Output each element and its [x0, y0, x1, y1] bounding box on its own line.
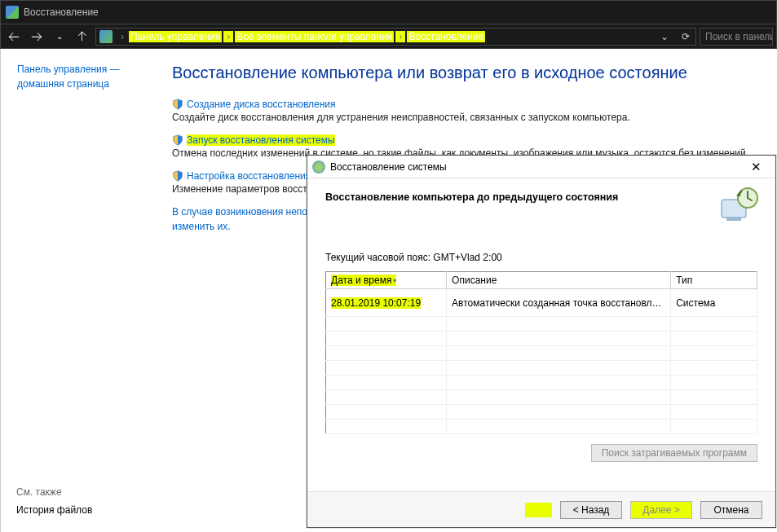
window-title: Восстановление	[24, 7, 99, 18]
see-also-section: См. также История файлов	[16, 486, 92, 516]
recent-locations-button[interactable]: ⌄	[50, 27, 69, 46]
column-desc-header[interactable]: Описание	[447, 272, 671, 289]
dialog-body: Восстановление компьютера до предыдущего…	[307, 178, 775, 491]
chevron-right-icon[interactable]: ›	[395, 31, 405, 42]
table-row	[326, 420, 757, 434]
close-button[interactable]: ✕	[741, 158, 770, 176]
highlight-marker	[525, 503, 552, 517]
up-button[interactable]: 🡡	[73, 27, 92, 46]
chevron-right-icon[interactable]: ›	[117, 31, 127, 42]
restore-graphic-icon	[717, 185, 759, 227]
back-button[interactable]: 🡠	[4, 27, 24, 46]
dialog-footer: < Назад Далее > Отмена	[307, 491, 775, 527]
refresh-button[interactable]: ⟳	[676, 31, 695, 42]
search-placeholder: Поиск в панели	[705, 31, 773, 42]
restore-point-type: Система	[671, 289, 757, 317]
history-button[interactable]: ⌄	[655, 31, 674, 42]
task-create-recovery-drive[interactable]: Создание диска восстановления	[172, 99, 761, 110]
table-row	[326, 346, 757, 361]
shield-icon	[172, 99, 183, 110]
restore-point-date: 28.01.2019 10:07:19	[331, 297, 421, 309]
shield-icon	[172, 134, 183, 146]
restore-points-table[interactable]: Дата и время▾ Описание Тип 28.01.2019 10…	[325, 271, 757, 434]
recovery-icon	[6, 6, 19, 19]
sidebar-home-link[interactable]: Панель управления — домашняя страница	[17, 62, 164, 91]
column-type-header[interactable]: Тип	[671, 272, 757, 289]
table-row[interactable]: 28.01.2019 10:07:19 Автоматически создан…	[326, 289, 757, 317]
sidebar: Панель управления — домашняя страница См…	[1, 49, 172, 532]
task-desc: Создайте диск восстановления для устране…	[172, 112, 761, 123]
timezone-label: Текущий часовой пояс: GMT+Vlad 2:00	[325, 252, 757, 263]
page-title: Восстановление компьютера или возврат ег…	[172, 64, 761, 82]
nav-toolbar: 🡠 🡢 ⌄ 🡡 › Панель управления › Все элемен…	[0, 24, 777, 49]
task-link-label: Запуск восстановления системы	[187, 134, 335, 146]
scan-affected-programs-button[interactable]: Поиск затрагиваемых программ	[591, 444, 757, 462]
table-row	[326, 376, 757, 390]
cancel-button[interactable]: Отмена	[700, 501, 762, 519]
task-system-restore[interactable]: Запуск восстановления системы	[172, 134, 761, 146]
table-row	[326, 405, 757, 420]
forward-button[interactable]: 🡢	[27, 27, 46, 46]
svg-rect-1	[726, 218, 741, 221]
table-row	[326, 332, 757, 346]
search-input[interactable]: Поиск в панели	[700, 28, 773, 46]
breadcrumb-item[interactable]: Все элементы панели управления	[235, 31, 394, 42]
table-row	[326, 361, 757, 376]
back-button[interactable]: < Назад	[560, 501, 622, 519]
dialog-titlebar[interactable]: Восстановление системы ✕	[307, 156, 775, 178]
restore-point-desc: Автоматически созданная точка восстановл…	[447, 289, 671, 317]
svg-marker-3	[736, 192, 739, 196]
next-button[interactable]: Далее >	[630, 501, 692, 519]
table-row	[326, 317, 757, 332]
table-row	[326, 390, 757, 405]
column-date-header[interactable]: Дата и время▾	[326, 272, 447, 289]
system-restore-icon	[312, 160, 325, 174]
chevron-right-icon[interactable]: ›	[223, 31, 233, 42]
system-restore-dialog: Восстановление системы ✕ Восстановление …	[307, 155, 776, 528]
control-panel-icon	[99, 30, 113, 43]
breadcrumb[interactable]: › Панель управления › Все элементы панел…	[95, 28, 696, 46]
window-titlebar: Восстановление	[0, 0, 777, 24]
see-also-label: См. также	[16, 486, 92, 498]
breadcrumb-item[interactable]: Восстановление	[407, 31, 485, 42]
see-also-link[interactable]: История файлов	[16, 504, 92, 516]
task-link-label: Создание диска восстановления	[187, 99, 336, 110]
sort-desc-icon: ▾	[393, 277, 396, 284]
breadcrumb-item[interactable]: Панель управления	[129, 31, 222, 42]
dialog-heading: Восстановление компьютера до предыдущего…	[325, 191, 757, 203]
dialog-title: Восстановление системы	[330, 161, 741, 173]
shield-icon	[172, 170, 183, 182]
